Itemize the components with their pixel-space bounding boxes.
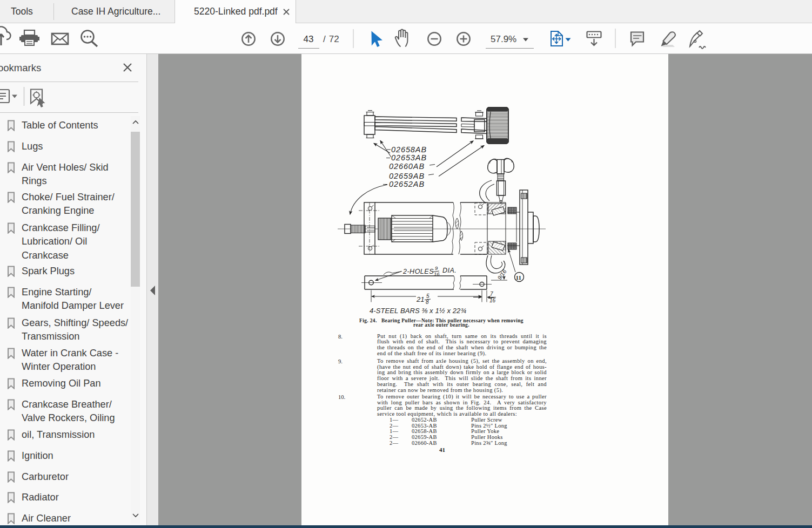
svg-text:02658AB: 02658AB	[391, 145, 427, 154]
svg-text:11: 11	[516, 274, 521, 281]
svg-text:5: 5	[426, 293, 430, 299]
svg-text:9/16: 9/16	[496, 268, 508, 281]
svg-text:02652AB: 02652AB	[389, 180, 425, 188]
svg-text:02653AB: 02653AB	[391, 153, 427, 162]
svg-text:7: 7	[490, 291, 493, 297]
svg-text:21: 21	[416, 295, 424, 303]
svg-text:16: 16	[434, 271, 440, 277]
svg-text:2-HOLES: 2-HOLES	[402, 268, 434, 275]
svg-text:43: 43	[304, 34, 314, 44]
svg-text:02659AB: 02659AB	[389, 172, 425, 180]
svg-text:8: 8	[426, 299, 429, 305]
svg-text:57.9%: 57.9%	[491, 34, 516, 44]
svg-text:16: 16	[489, 297, 496, 303]
svg-text:02660AB: 02660AB	[389, 162, 425, 171]
svg-text:DIA.: DIA.	[442, 267, 457, 274]
svg-text:4-STEEL BARS ⅜ x 1½ x 22¾: 4-STEEL BARS ⅜ x 1½ x 22¾	[370, 307, 466, 315]
svg-text:/ 72: / 72	[323, 34, 339, 44]
svg-text:9: 9	[435, 265, 438, 271]
